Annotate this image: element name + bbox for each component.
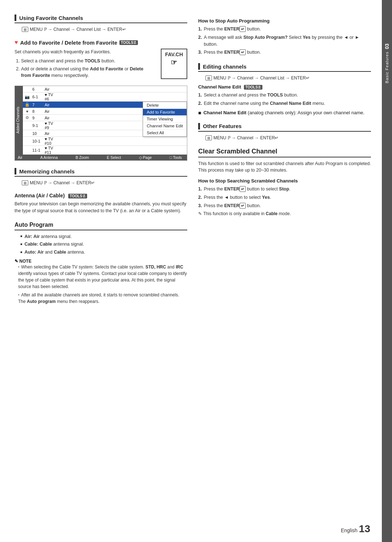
ch-type: ♥ TV #9 [45, 121, 58, 130]
ch-num: 7 [31, 103, 45, 107]
add-fav-step-2: Add or delete a channel using the Add to… [21, 66, 154, 79]
ch-type: Air [45, 131, 58, 136]
main-content: Using Favorite Channels MENU ℙ → Channel… [0, 0, 382, 542]
ch-num: 10 [31, 131, 45, 136]
table-row: 11-1 ♥ TV #11 [23, 146, 187, 155]
ch-num: 8 [31, 109, 45, 114]
section-using-favorite-title: Using Favorite Channels [19, 15, 83, 21]
ch-type: Air [45, 116, 58, 120]
channel-table-sidebar: Added Channels [15, 86, 23, 155]
section-other-title: Other Features [203, 123, 242, 129]
section-auto-program: Auto Program Air: Air antenna signal. Ca… [15, 222, 187, 305]
chapter-label: Basic Features [384, 52, 389, 83]
bullet-auto: Auto: Air and Cable antenna. [20, 249, 187, 256]
ctx-select-all[interactable]: Select All [143, 130, 187, 136]
stop-step-3: 3. Press the ENTER↵ button. [198, 49, 371, 56]
ch-num: 10-1 [31, 139, 45, 143]
editing-note-text: Channel Name Edit (analog channels only)… [203, 110, 364, 116]
note-label: ✎ NOTE [15, 259, 32, 264]
editing-menu-path: MENU ℙ → Channel → Channel List → ENTER↵ [205, 75, 371, 81]
add-fav-title-text: Add to Favorite / Delete from Favorite [20, 40, 118, 46]
footer-zoom: B Zoom [75, 155, 89, 160]
editing-step-2: 2. Edit the channel name using the Chann… [198, 100, 371, 107]
page-footer: English 13 [341, 523, 370, 535]
clear-step-2: 2. Press the ◄ button to select Yes. [198, 194, 371, 201]
memorizing-menu-text: MENU ℙ → Channel → ENTER↵ [30, 180, 95, 185]
context-menu: Delete Add to Favorite Timer Viewing Cha… [143, 102, 187, 137]
add-fav-step-1: Select a channel and press the TOOLS but… [21, 58, 154, 65]
page-language: English [341, 527, 358, 533]
editing-menu-text: MENU ℙ → Channel → Channel List → ENTER↵ [213, 75, 310, 81]
ch-type: Air [45, 87, 58, 91]
using-fav-menu-path: MENU ℙ → Channel → Channel List → ENTER↵ [22, 27, 187, 32]
antenna-title: Antenna (Air / Cable) TOOLS☡ [15, 193, 187, 198]
fav-ch-box: FAV.CH ☞ [161, 49, 187, 79]
ch-type: ♥ TV #11 [45, 146, 58, 155]
table-row: 10-1 ♥ TV #10 [23, 137, 187, 146]
cable-mode-note: ✎ This function is only available in Cab… [198, 211, 371, 216]
stop-step-1: 1. Press the ENTER↵ button. [198, 26, 371, 33]
other-menu-path: MENU ℙ → Channel → ENTER↵ [205, 135, 371, 140]
section-editing-header: Editing channels [198, 63, 371, 72]
section-antenna: Antenna (Air / Cable) TOOLS☡ Before your… [15, 193, 187, 214]
channel-name-edit-label: Channel Name Edit [198, 84, 241, 90]
tools-badge-editing: TOOLS☡ [244, 85, 262, 90]
antenna-description: Before your television can begin memoriz… [15, 201, 187, 214]
menu-icon [205, 75, 212, 81]
left-column: Using Favorite Channels MENU ℙ → Channel… [15, 15, 187, 527]
ctx-channel-name-edit[interactable]: Channel Name Edit [143, 123, 187, 130]
channel-table: Added Channels 6 Air 📷 6-1 [15, 86, 187, 161]
ch-num: 11-1 [31, 148, 45, 152]
clear-step-1: 1. Press the ENTER↵ button to select Sto… [198, 186, 371, 193]
section-editing: Editing channels MENU ℙ → Channel → Chan… [198, 63, 371, 116]
footer-antenna: A Antenna [40, 155, 58, 160]
section-bar [15, 168, 16, 174]
ctx-add-fav[interactable]: Add to Favorite [143, 109, 187, 116]
footer-tools: □ Tools [170, 155, 182, 160]
section-add-favorite: ♥ Add to Favorite / Delete from Favorite… [15, 39, 187, 161]
menu-icon [205, 135, 212, 140]
heart-icon: ♥ [15, 39, 18, 46]
section-editing-title: Editing channels [203, 63, 246, 70]
row-icon: 📷 [23, 95, 31, 99]
table-row: 6 Air [23, 86, 187, 93]
right-column: How to Stop Auto Programming 1. Press th… [198, 15, 371, 527]
section-how-to-stop: How to Stop Auto Programming 1. Press th… [198, 18, 371, 56]
auto-program-bullets: Air: Air antenna signal. Cable: Cable an… [20, 233, 187, 256]
section-other-features: Other Features MENU ℙ → Channel → ENTER↵ [198, 123, 371, 140]
tools-badge-antenna: TOOLS☡ [68, 194, 87, 198]
row-icon: ⚙ [23, 115, 31, 120]
other-menu-text: MENU ℙ → Channel → ENTER↵ [213, 135, 278, 140]
editing-note: ■ Channel Name Edit (analog channels onl… [198, 110, 371, 116]
section-memorizing-title: Memorizing channels [19, 168, 75, 174]
add-fav-title: ♥ Add to Favorite / Delete from Favorite… [15, 39, 187, 46]
note-block: ✎ NOTE When selecting the Cable TV syste… [15, 259, 187, 305]
menu-icon [22, 27, 28, 32]
memorizing-menu-path: MENU ℙ → Channel → ENTER↵ [22, 180, 187, 185]
ch-num: 6-1 [31, 95, 45, 99]
using-fav-menu-text: MENU ℙ → Channel → Channel List → ENTER↵ [30, 27, 126, 32]
ch-num: 9 [31, 116, 45, 120]
clear-scrambled-desc: This function is used to filter out scra… [198, 160, 371, 174]
side-tab: 03 Basic Features [382, 0, 392, 542]
page-container: Using Favorite Channels MENU ℙ → Channel… [0, 0, 392, 542]
section-using-favorite-header: Using Favorite Channels [15, 15, 187, 23]
chapter-number: 03 [384, 44, 390, 49]
bullet-air: Air: Air antenna signal. [20, 233, 187, 240]
bullet-cable: Cable: Cable antenna signal. [20, 241, 187, 248]
section-clear-scrambled: Clear Scrambled Channel This function is… [198, 148, 371, 217]
menu-icon [22, 180, 28, 185]
editing-step-1: 1. Select a channel and press the TOOLS … [198, 92, 371, 99]
clear-scrambled-title: Clear Scrambled Channel [198, 148, 277, 155]
ctx-delete[interactable]: Delete [143, 102, 187, 109]
hand-icon: ☞ [165, 58, 183, 67]
how-to-stop-title: How to Stop Auto Programming [198, 18, 371, 24]
stop-searching-title: How to Stop Searching Scrambled Channels [198, 178, 371, 184]
ctx-timer[interactable]: Timer Viewing [143, 116, 187, 123]
add-fav-description: Set channels you watch frequently as Fav… [15, 49, 154, 56]
ch-num: 9-1 [31, 123, 45, 128]
footer-page: ◇ Page [139, 155, 152, 160]
stop-step-2: 2. A message will ask Stop Auto Program?… [198, 34, 371, 48]
section-bar [15, 15, 16, 21]
channel-name-edit-header: Channel Name Edit TOOLS☡ [198, 84, 371, 90]
